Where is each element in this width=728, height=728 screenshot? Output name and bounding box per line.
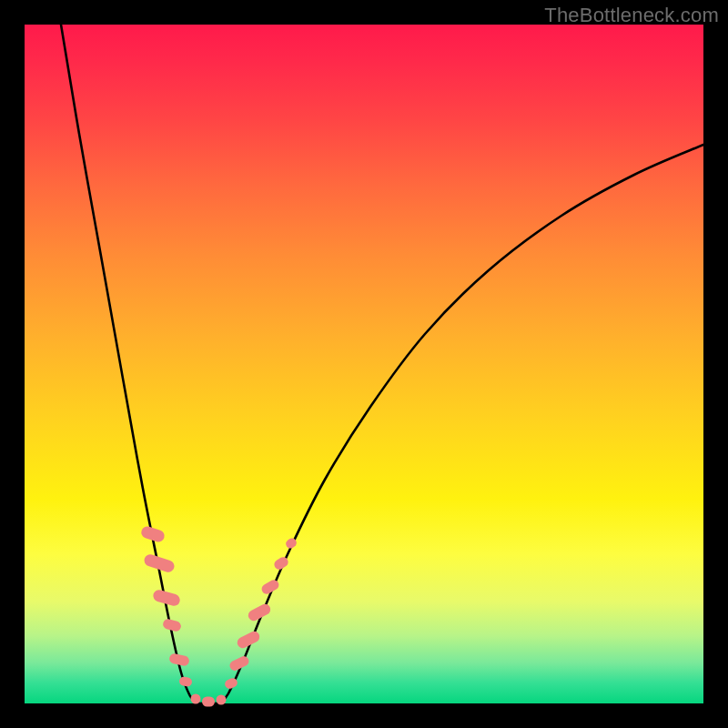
watermark-text: TheBottleneck.com <box>544 4 719 27</box>
marker-layer <box>140 525 298 707</box>
curve-layer <box>61 25 703 703</box>
bead-marker <box>272 555 289 571</box>
bead-marker <box>191 694 201 704</box>
bead-marker <box>202 697 215 707</box>
bead-marker <box>168 652 190 666</box>
bead-marker <box>217 695 227 705</box>
bead-marker <box>178 676 193 687</box>
chart-svg <box>25 25 703 703</box>
bead-marker <box>162 618 182 632</box>
curve-right-curve <box>220 145 703 703</box>
